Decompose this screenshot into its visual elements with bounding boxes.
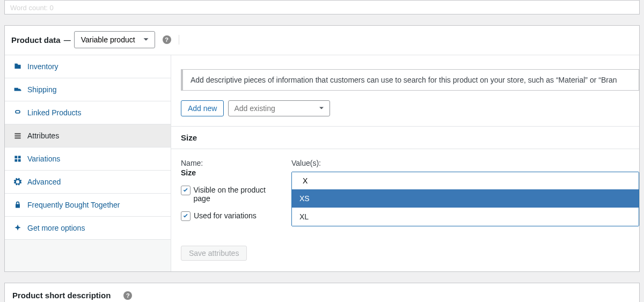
sparkle-icon [13, 224, 22, 232]
tab-label: Attributes [27, 131, 59, 140]
tab-attributes[interactable]: Attributes [5, 124, 171, 148]
used-for-variations-checkbox[interactable] [181, 211, 191, 221]
save-attributes-button[interactable]: Save attributes [181, 246, 247, 261]
title-dash: — [64, 36, 71, 44]
tab-shipping[interactable]: Shipping [5, 78, 171, 101]
values-options: XS XL [292, 189, 639, 226]
tab-label: Linked Products [27, 108, 81, 117]
attribute-name-value: Size [181, 168, 282, 177]
visible-checkbox-label: Visible on the product page [194, 186, 282, 203]
check-icon [182, 213, 189, 219]
used-for-variations-label: Used for variations [194, 211, 257, 220]
attributes-panel: Add descriptive pieces of information th… [171, 55, 639, 271]
attributes-icon [13, 131, 22, 140]
shipping-icon [13, 85, 22, 94]
values-search-input[interactable] [292, 172, 639, 189]
lock-icon [13, 201, 22, 209]
divider [179, 35, 179, 45]
product-data-tabs: Inventory Shipping Linked Products Attri… [5, 55, 171, 271]
short-description-header: Product short description ? [4, 283, 640, 302]
tab-label: Shipping [27, 85, 57, 94]
variations-icon [13, 154, 22, 163]
add-existing-input[interactable] [228, 100, 330, 116]
tab-get-more-options[interactable]: Get more options [5, 217, 171, 240]
tab-variations[interactable]: Variations [5, 148, 171, 171]
tab-label: Advanced [27, 178, 61, 186]
attribute-name-label: Name: [181, 159, 282, 167]
help-icon[interactable]: ? [123, 291, 132, 300]
product-type-select[interactable]: Variable product [74, 31, 155, 48]
word-count-bar: Word count: 0 [4, 0, 640, 14]
attribute-heading[interactable]: Size [171, 127, 639, 149]
gear-icon [13, 178, 22, 186]
inventory-icon [13, 62, 22, 71]
value-option-xs[interactable]: XS [292, 189, 639, 208]
value-option-xl[interactable]: XL [292, 208, 639, 226]
product-data-header: Product data — Variable product ? [5, 26, 639, 55]
values-select[interactable]: XS XL [291, 172, 639, 226]
tab-linked-products[interactable]: Linked Products [5, 101, 171, 124]
tab-inventory[interactable]: Inventory [5, 55, 171, 78]
visible-checkbox[interactable] [181, 186, 191, 195]
attributes-help-text: Add descriptive pieces of information th… [181, 69, 639, 91]
tab-frequently-bought-together[interactable]: Frequently Bought Together [5, 194, 171, 217]
check-icon [182, 187, 189, 194]
tab-label: Inventory [27, 62, 58, 71]
product-data-title: Product data [11, 35, 61, 45]
tab-label: Variations [27, 154, 60, 163]
help-icon[interactable]: ? [163, 35, 171, 44]
tab-label: Get more options [27, 224, 85, 232]
product-data-panel: Product data — Variable product ? Invent… [4, 25, 640, 272]
tab-label: Frequently Bought Together [27, 201, 120, 209]
word-count-label: Word count: 0 [10, 4, 54, 12]
add-new-button[interactable]: Add new [181, 100, 224, 116]
link-icon [13, 108, 22, 117]
tab-advanced[interactable]: Advanced [5, 171, 171, 194]
values-label: Value(s): [291, 159, 639, 167]
attribute-size: Size Name: Size Visible on the product p… [171, 126, 639, 238]
short-description-title: Product short description [12, 291, 111, 300]
